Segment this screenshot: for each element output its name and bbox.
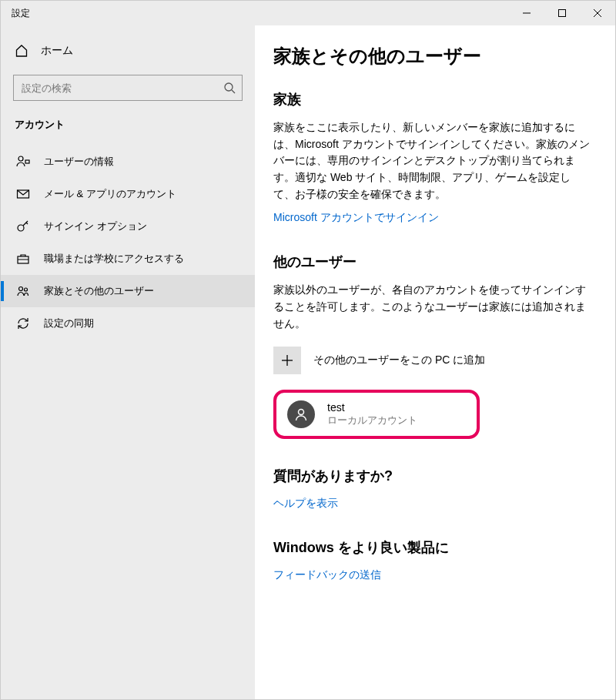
search-icon [223,82,236,94]
main-content: 家族とその他のユーザー 家族 家族をここに表示したり、新しいメンバーを家族に追加… [255,25,615,699]
minimize-button[interactable] [509,1,544,25]
plus-icon [273,347,301,374]
home-label: ホーム [41,44,73,58]
sidebar-item-label: サインイン オプション [44,219,147,233]
briefcase-icon [16,252,30,266]
search-input[interactable] [22,82,223,94]
family-body: 家族をここに表示したり、新しいメンバーを家族に追加するには、Microsoft … [273,119,591,203]
sidebar-item-email[interactable]: メール & アプリのアカウント [1,178,255,210]
home-icon [15,44,28,58]
maximize-icon [558,9,566,17]
home-link[interactable]: ホーム [1,36,255,65]
svg-rect-7 [25,160,29,163]
close-icon [594,9,601,17]
svg-point-9 [18,225,24,231]
window-title: 設定 [1,1,30,20]
family-heading: 家族 [273,90,591,109]
sync-icon [16,317,30,330]
sidebar-item-family[interactable]: 家族とその他のユーザー [1,275,255,307]
people-icon [16,284,30,298]
help-link[interactable]: ヘルプを表示 [273,497,338,509]
help-heading: 質問がありますか? [273,467,591,485]
sidebar-item-sync[interactable]: 設定の同期 [1,307,255,340]
sidebar-item-label: 設定の同期 [44,317,94,330]
mail-icon [16,187,30,201]
category-label: アカウント [1,115,255,146]
others-body: 家族以外のユーザーが、各自のアカウントを使ってサインインすることを許可します。こ… [273,282,591,332]
close-button[interactable] [580,1,615,25]
sidebar-item-label: 家族とその他のユーザー [44,284,154,298]
sidebar: ホーム アカウント ユーザーの情報 メール & アプリのアカウント [1,25,255,699]
add-user-button[interactable]: その他のユーザーをこの PC に追加 [273,347,591,374]
avatar-icon [287,400,315,428]
sidebar-item-signin[interactable]: サインイン オプション [1,210,255,243]
sidebar-item-label: メール & アプリのアカウント [44,187,176,201]
svg-line-5 [232,90,235,93]
sidebar-item-work[interactable]: 職場または学校にアクセスする [1,243,255,275]
page-title: 家族とその他のユーザー [273,44,591,69]
search-box[interactable] [13,75,243,101]
user-name: test [327,401,417,414]
others-heading: 他のユーザー [273,253,591,271]
person-icon [16,155,30,169]
others-section: 他のユーザー 家族以外のユーザーが、各自のアカウントを使ってサインインすることを… [273,253,591,438]
feedback-heading: Windows をより良い製品に [273,538,591,557]
key-icon [16,219,30,233]
sidebar-item-user-info[interactable]: ユーザーの情報 [1,146,255,178]
svg-point-6 [18,156,23,161]
svg-rect-1 [559,10,566,17]
svg-point-15 [299,409,304,414]
user-type: ローカルアカウント [327,414,417,427]
signin-link[interactable]: Microsoft アカウントでサインイン [273,211,439,223]
feedback-section: Windows をより良い製品に フィードバックの送信 [273,538,591,582]
svg-point-12 [25,288,28,291]
add-user-label: その他のユーザーをこの PC に追加 [313,353,485,367]
feedback-link[interactable]: フィードバックの送信 [273,568,381,581]
sidebar-item-label: 職場または学校にアクセスする [44,252,184,266]
maximize-button[interactable] [544,1,580,25]
svg-point-4 [225,83,233,91]
minimize-icon [523,9,531,17]
help-section: 質問がありますか? ヘルプを表示 [273,467,591,511]
family-section: 家族 家族をここに表示したり、新しいメンバーを家族に追加するには、Microso… [273,90,591,225]
svg-point-11 [19,287,23,291]
sidebar-item-label: ユーザーの情報 [44,155,114,169]
user-account-card[interactable]: test ローカルアカウント [273,390,480,439]
titlebar: 設定 [1,1,615,25]
